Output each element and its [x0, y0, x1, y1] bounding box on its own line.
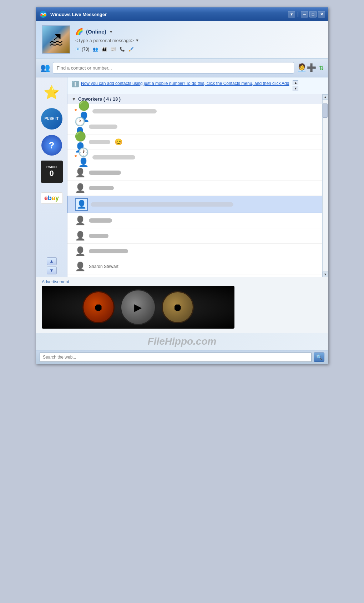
status-row: 🌈 (Online) ▼ [75, 28, 322, 36]
web-search-button[interactable]: 🔍 [314, 353, 324, 362]
menu-button[interactable]: ▼ [288, 11, 295, 17]
scroll-thumb[interactable] [323, 103, 328, 118]
contact-name [91, 202, 233, 207]
search-area: 👥 🧑‍💼➕ ⇅ [36, 59, 328, 77]
phone-btn[interactable]: 📞 [120, 47, 125, 52]
rainbow-icon: 🌈 [75, 28, 83, 36]
news-icon: 📰 [111, 47, 116, 52]
contact-item[interactable]: 👤 [67, 244, 322, 259]
ad-banner[interactable]: ⏺ ▶ ⏺ [42, 286, 234, 329]
brush-btn[interactable]: 🖌️ [128, 47, 134, 52]
star-icon: ⭐ [44, 85, 60, 100]
scroll-down-btn[interactable]: ▼ [323, 272, 328, 277]
contact-name [89, 171, 121, 175]
contact-avatar: 👤 [75, 230, 86, 242]
windows-live-logo [39, 10, 47, 19]
add-contact-button[interactable]: 🧑‍💼➕ [297, 63, 316, 72]
offline-avatar-icon: 👤 [75, 183, 86, 193]
contact-item[interactable]: 👤 [67, 181, 322, 196]
minimize-button[interactable]: ─ [301, 11, 308, 17]
contact-item[interactable]: * 🟢👤 [67, 104, 322, 119]
toolbar-icons: 📧 (70) 👥 👨‍👩‍👦 📰 📞 🖌️ [75, 47, 322, 52]
sidebar-nav-arrows: ▲ ▼ [47, 257, 57, 274]
scroll-up-arrow[interactable]: ▲ [47, 257, 57, 265]
contacts-list-area: ℹ️ Now you can add contacts using just a… [67, 77, 328, 277]
contact-name [92, 155, 135, 159]
emoji-status-icon: 😊 [115, 138, 122, 146]
contacts-groups-icon: 👨‍👩‍👦 [102, 47, 107, 52]
mail-icon-btn[interactable]: 📧 (70) [75, 47, 89, 52]
scroll-up-btn[interactable]: ▲ [323, 94, 328, 100]
search-input[interactable] [53, 62, 294, 74]
contact-name [92, 109, 157, 113]
ad-label: Advertisement [36, 277, 328, 286]
contact-item[interactable]: 🟢👤 😊 [67, 135, 322, 150]
group-chevron-icon: ▼ [72, 97, 76, 102]
push-it-label: PUSH IT [45, 117, 59, 121]
info-icon: ℹ️ [72, 81, 79, 87]
contact-name-text: Sharon Stewart [89, 264, 118, 269]
app-window: Windows Live Messenger ▼ | ─ □ ✕ 🌈 (Onli… [36, 7, 328, 364]
push-it-widget[interactable]: PUSH IT [40, 107, 64, 131]
info-banner-text[interactable]: Now you can add contacts using just a mo… [81, 80, 289, 87]
contact-avatar: 👤 [75, 182, 86, 194]
bottom-search-bar: 🔍 [36, 350, 328, 364]
personal-message-arrow: ▼ [135, 38, 139, 42]
info-scroll-up[interactable]: ▲ [293, 80, 298, 85]
radio-icon: RADIO 0 [41, 161, 63, 183]
asterisk-icon: * [75, 154, 77, 161]
scroll-down-arrow[interactable]: ▼ [47, 267, 57, 274]
web-search-input[interactable] [40, 353, 312, 362]
contact-item[interactable]: * 🕐👤 [67, 150, 322, 165]
contact-avatar: 🕐👤 [78, 152, 90, 163]
ad-content: ⏺ ▶ ⏺ [42, 286, 234, 329]
info-scroll-buttons: ▲ ▼ [293, 80, 298, 91]
radio-widget[interactable]: RADIO 0 [40, 159, 64, 184]
window-controls: ▼ | ─ □ ✕ [288, 11, 325, 17]
maximize-button[interactable]: □ [309, 11, 317, 17]
contact-item[interactable]: 👤 [67, 228, 322, 244]
sort-button[interactable]: ⇅ [319, 65, 324, 71]
contact-name [89, 218, 112, 223]
ad-dial-right: ⏺ [162, 291, 194, 323]
contact-avatar-selected: 👤 [75, 198, 88, 211]
add-contact-toolbar-btn[interactable]: 👥 [93, 47, 98, 52]
contact-name [89, 125, 117, 129]
avatar[interactable] [42, 25, 70, 54]
contact-item-selected[interactable]: 👤 [67, 196, 322, 213]
contacts-scrollbar: ▲ ▼ [322, 94, 328, 277]
offline-avatar-icon: 👤 [75, 231, 86, 241]
phone-icon: 📞 [120, 47, 125, 52]
help-widget[interactable]: ? [40, 133, 64, 157]
status-dropdown-icon[interactable]: ▼ [109, 30, 113, 34]
news-btn[interactable]: 📰 [111, 47, 116, 52]
contacts-groups-btn[interactable]: 👨‍👩‍👦 [102, 47, 107, 52]
contact-item[interactable]: 🕐👤 [67, 119, 322, 135]
push-it-icon: PUSH IT [41, 108, 62, 130]
scroll-track [323, 100, 328, 272]
personal-message-text: <Type a personal message> [75, 38, 134, 43]
ebay-widget[interactable]: ebay [40, 186, 64, 210]
personal-message[interactable]: <Type a personal message> ▼ [75, 38, 322, 43]
contact-item[interactable]: 👤 [67, 213, 322, 228]
offline-avatar-icon: 👤 [75, 246, 86, 256]
favorites-widget[interactable]: ⭐ [40, 80, 64, 105]
contact-name [89, 249, 128, 253]
ad-dial-left: ⏺ [82, 291, 115, 323]
group-header-coworkers[interactable]: ▼ Coworkers ( 4 / 13 ) [67, 94, 322, 104]
contact-item[interactable]: 👤 Sharon Stewart [67, 259, 322, 274]
contacts-scroll-area: ▼ Coworkers ( 4 / 13 ) * 🟢👤 [67, 94, 322, 277]
brush-icon: 🖌️ [128, 47, 134, 52]
contact-item[interactable]: 👤 [67, 165, 322, 181]
contacts-icon[interactable]: 👥 [40, 63, 50, 72]
filehippo-watermark: FileHippo.com [42, 336, 322, 347]
radio-number: 0 [49, 169, 54, 178]
contact-avatar: 👤 [75, 215, 86, 226]
offline-avatar-icon: 👤 [75, 216, 86, 226]
info-banner: ℹ️ Now you can add contacts using just a… [67, 77, 328, 94]
close-button[interactable]: ✕ [318, 11, 325, 17]
title-bar: Windows Live Messenger ▼ | ─ □ ✕ [36, 7, 328, 21]
ad-dial-center: ▶ [120, 289, 156, 325]
info-scroll-down[interactable]: ▼ [293, 86, 298, 91]
add-contact-toolbar-icon: 👥 [93, 47, 98, 52]
